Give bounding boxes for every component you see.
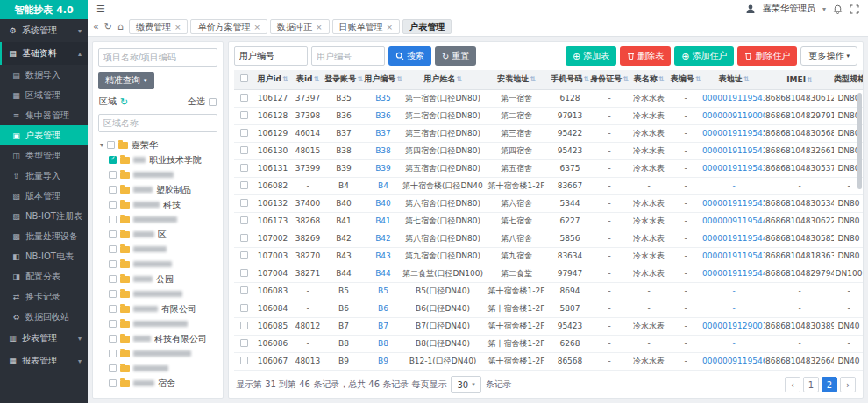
tab-daily-bill-management[interactable]: 日账单管理×: [332, 19, 401, 34]
tree-node[interactable]: [98, 212, 217, 227]
refresh-tab-icon[interactable]: ↻: [104, 21, 112, 32]
cell[interactable]: B7: [364, 317, 402, 335]
table-row[interactable]: 10608548012B7B7B7(口径DN40)第十宿舍楼1-2F95423-…: [234, 317, 863, 335]
table-row[interactable]: 106084-B6B6B6(口径DN40)第十宿舍楼1-2F5807------: [234, 300, 863, 317]
close-icon[interactable]: ×: [253, 23, 260, 32]
tree-checkbox[interactable]: [109, 201, 117, 209]
tab-household-meter-management[interactable]: 户表管理: [402, 19, 452, 34]
cell[interactable]: -: [702, 300, 765, 317]
search-button[interactable]: 搜索: [388, 46, 431, 66]
sidebar-item-nbiot-registry[interactable]: ▨NB-IOT注册表: [0, 206, 88, 226]
tree-checkbox[interactable]: [109, 245, 117, 253]
table-row[interactable]: 10612837398B36B36第二宿舍(口径DN80)第二宿舍97913-冷…: [234, 107, 863, 124]
cell[interactable]: B43: [364, 247, 402, 265]
tree-checkbox[interactable]: [109, 171, 117, 179]
row-checkbox[interactable]: [240, 234, 248, 242]
cell[interactable]: B8: [364, 335, 402, 352]
tab-data-reversal[interactable]: 数据冲正×: [270, 19, 330, 34]
cell[interactable]: B40: [364, 194, 402, 212]
cell[interactable]: 00000191195450: [702, 194, 765, 212]
cell[interactable]: -: [702, 335, 765, 352]
tree-checkbox[interactable]: [109, 275, 117, 283]
sidebar-section-meter-reading-management[interactable]: ▥抄表管理▾: [0, 327, 88, 350]
sort-icon[interactable]: ⇅: [658, 75, 665, 83]
table-row[interactable]: 10700338270B43B43第九宿舍(口径DN80)第九宿舍83634-冷…: [234, 247, 863, 265]
next-page-button[interactable]: ›: [840, 377, 856, 392]
cell[interactable]: B41: [364, 212, 402, 230]
cell[interactable]: 00000191195449: [702, 230, 765, 247]
row-checkbox[interactable]: [240, 357, 248, 364]
tree-node[interactable]: 有限公司: [98, 301, 217, 316]
page-button-2[interactable]: 2: [822, 377, 837, 392]
header-checkbox[interactable]: [240, 74, 248, 82]
table-scrollbar[interactable]: [857, 93, 862, 189]
sort-icon[interactable]: ⇅: [743, 75, 750, 83]
sort-icon[interactable]: ⇅: [396, 75, 402, 83]
page-button-1[interactable]: 1: [803, 377, 819, 392]
sidebar-item-configure-submeter[interactable]: ◨配置分表: [0, 266, 88, 286]
tree-checkbox[interactable]: [109, 216, 117, 223]
tab-price-plan-management[interactable]: 单价方案管理×: [190, 19, 267, 34]
table-row[interactable]: 10612737397B35B35第一宿舍(口径DN80)第一宿舍6128-冷水…: [234, 89, 863, 107]
row-checkbox[interactable]: [240, 269, 248, 277]
sidebar-section-system-management[interactable]: ⚙系统管理▾: [0, 19, 88, 42]
tree-checkbox[interactable]: [109, 230, 117, 238]
tree-checkbox[interactable]: [107, 141, 115, 149]
sort-icon[interactable]: ⇅: [807, 76, 813, 84]
expander-icon[interactable]: ▾: [100, 141, 103, 149]
row-checkbox[interactable]: [240, 286, 248, 294]
close-icon[interactable]: ×: [174, 23, 181, 32]
notification-bell-icon[interactable]: [833, 4, 843, 14]
table-row[interactable]: 10617338268B41B41第七宿舍(口径DN80)第七宿舍6227-冷水…: [234, 212, 863, 230]
sidebar-item-batch-process-devices[interactable]: ▩批量处理设备: [0, 226, 88, 246]
tree-checkbox[interactable]: [109, 364, 117, 372]
area-name-input[interactable]: [98, 114, 217, 132]
cell[interactable]: -: [702, 177, 765, 194]
cell[interactable]: 00000091195461: [702, 352, 765, 370]
sidebar-item-version-management[interactable]: ▧版本管理: [0, 186, 88, 206]
cell[interactable]: B37: [364, 124, 402, 142]
precise-query-button[interactable]: 精准查询 ▾: [98, 72, 154, 89]
sort-icon[interactable]: ⇅: [313, 75, 319, 83]
row-checkbox[interactable]: [240, 164, 248, 172]
row-checkbox[interactable]: [240, 146, 248, 154]
sort-icon[interactable]: ⇅: [583, 75, 589, 83]
sort-icon[interactable]: ⇅: [530, 75, 536, 83]
sidebar-section-basic-data[interactable]: ▤基础资料▴: [0, 42, 88, 65]
tree-checkbox[interactable]: [109, 320, 117, 328]
user-number-input[interactable]: [311, 46, 385, 66]
tree-node[interactable]: [98, 257, 217, 272]
table-row[interactable]: 106082-B4B4第十宿舍楼(口径DN40)第十宿舍楼1-2F83667--…: [234, 177, 863, 194]
tree-node[interactable]: 塑胶制品: [98, 182, 217, 197]
cell[interactable]: 00000191195430: [702, 89, 765, 107]
row-checkbox[interactable]: [240, 304, 248, 312]
sidebar-item-type-management[interactable]: ◫类型管理: [0, 145, 88, 166]
row-checkbox[interactable]: [240, 129, 248, 137]
tree-node[interactable]: 公园: [98, 272, 217, 286]
cell[interactable]: B36: [364, 107, 402, 124]
cell[interactable]: B5: [364, 282, 402, 300]
tree-node[interactable]: 科技有限公司: [98, 331, 217, 346]
collapse-tabs-icon[interactable]: «: [93, 21, 99, 32]
sidebar-item-household-meter-management[interactable]: ▣户表管理: [0, 125, 88, 145]
table-row[interactable]: 10613048015B38B38第四宿舍(口径DN80)第四宿舍95423-冷…: [234, 142, 863, 159]
tree-checkbox[interactable]: [109, 260, 117, 268]
row-checkbox[interactable]: [240, 181, 248, 189]
sidebar-item-area-management[interactable]: ▦区域管理: [0, 85, 88, 105]
more-actions-button[interactable]: 更多操作 ▾: [800, 46, 857, 66]
tree-checkbox[interactable]: [109, 350, 117, 357]
tree-node[interactable]: 职业技术学院: [98, 152, 217, 167]
cell[interactable]: B39: [364, 159, 402, 177]
sidebar-item-batch-import[interactable]: ⇧批量导入: [0, 166, 88, 186]
tree-checkbox[interactable]: [109, 186, 117, 194]
cell[interactable]: B35: [364, 89, 402, 107]
tree-node[interactable]: [98, 391, 217, 392]
tree-node[interactable]: [98, 286, 217, 301]
close-icon[interactable]: ×: [316, 23, 323, 32]
row-checkbox[interactable]: [240, 94, 248, 102]
sidebar-item-data-import[interactable]: ▤数据导入: [0, 65, 88, 85]
tree-node[interactable]: 宿舍: [98, 376, 217, 391]
sidebar-toggle-icon[interactable]: ☰: [96, 4, 105, 15]
table-row[interactable]: 10612946014B37B37第三宿舍(口径DN80)第三宿舍95422-冷…: [234, 124, 863, 142]
prev-page-button[interactable]: ‹: [785, 377, 800, 392]
